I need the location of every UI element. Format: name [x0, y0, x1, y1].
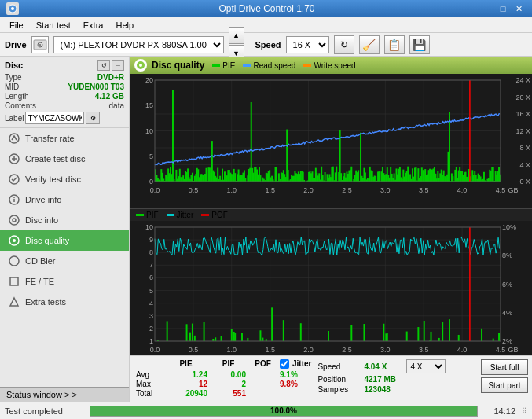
sidebar-item-transfer-rate[interactable]: Transfer rate [0, 128, 129, 149]
pif-chart [130, 221, 532, 355]
disc-mid-value: YUDEN000 T03 [68, 83, 124, 91]
stats-pif-max: 2 [211, 380, 246, 388]
app-title: Opti Drive Control 1.70 [53, 3, 480, 14]
disc-length-value: 4.12 GB [95, 92, 124, 101]
legend-write-speed[interactable]: Write speed [303, 61, 355, 70]
speed-select[interactable]: 16 X [286, 36, 329, 53]
legend-pof-dot [201, 214, 209, 216]
info-button[interactable]: 📋 [384, 35, 405, 54]
disc-type-key: Type [5, 73, 22, 82]
nav-label-cd-bler: CD Bler [25, 256, 56, 266]
speed-label-stat: Speed [317, 362, 361, 371]
speed-label: Speed [255, 40, 281, 50]
disc-label-key: Label [5, 114, 24, 123]
stats-empty-header [136, 359, 161, 369]
title-bar: Opti Drive Control 1.70 ─ □ ✕ [0, 0, 532, 17]
disc-section: Disc ↺ → Type DVD+R MID YUDEN000 T03 Len… [0, 57, 129, 128]
jitter-checkbox[interactable] [280, 359, 289, 369]
svg-point-4 [39, 44, 41, 46]
stats-pie-avg: 1.24 [164, 370, 207, 379]
legend-read-speed[interactable]: Read speed [243, 61, 295, 70]
disc-contents-value: data [109, 101, 124, 110]
svg-point-21 [139, 64, 142, 67]
sidebar-item-cd-bler[interactable]: CD Bler [0, 251, 129, 271]
pif-legend-row: PIF Jitter POF [130, 209, 532, 221]
quality-title: Disc quality [152, 60, 204, 71]
legend-pof-label: POF [211, 211, 228, 219]
speed-value-stat: 4.04 X [364, 362, 403, 371]
svg-point-17 [9, 256, 19, 266]
nav-label-verify-test-disc: Verify test disc [25, 175, 81, 184]
status-window-button[interactable]: Status window > > [0, 388, 129, 402]
start-full-button[interactable]: Start full [481, 359, 527, 375]
nav-label-disc-info: Disc info [25, 215, 58, 225]
sidebar-item-drive-info[interactable]: Drive info [0, 189, 129, 210]
speed-apply-button[interactable]: ↻ [334, 35, 354, 54]
sidebar-item-verify-test-disc[interactable]: Verify test disc [0, 169, 129, 189]
drive-up-button[interactable]: ▲ [229, 27, 244, 44]
menu-bar: File Start test Extra Help [0, 17, 532, 33]
stats-jitter-avg: 9.1% [280, 370, 298, 379]
menu-file[interactable]: File [3, 19, 30, 31]
fe-te-icon [8, 275, 20, 288]
stats-total-label: Total [136, 389, 161, 398]
start-part-button[interactable]: Start part [481, 377, 527, 393]
stats-table: PIE PIF POF Jitter Avg 1.24 0.00 9.1% [136, 359, 311, 399]
menu-extra[interactable]: Extra [77, 19, 110, 31]
drive-select[interactable]: (M:) PLEXTOR DVDR PX-890SA 1.00 [53, 36, 224, 53]
sidebar-item-extra-tests[interactable]: Extra tests [0, 292, 129, 312]
legend-write-speed-label: Write speed [314, 61, 355, 70]
sidebar-item-disc-quality[interactable]: Disc quality [0, 230, 129, 251]
drive-icon [31, 36, 49, 53]
sidebar-item-fe-te[interactable]: FE / TE [0, 271, 129, 292]
close-button[interactable]: ✕ [512, 2, 526, 15]
stats-avg-label: Avg [136, 370, 161, 379]
progress-text: 100.0% [90, 406, 477, 416]
stats-max-label: Max [136, 380, 161, 388]
status-bottom: Test completed 100.0% 14:12 ⠿ [0, 402, 532, 419]
pie-chart-wrapper [130, 74, 532, 209]
disc-refresh-button[interactable]: ↺ [97, 60, 110, 71]
quality-header: Disc quality PIE Read speed Write speed [130, 57, 532, 74]
legend-pif[interactable]: PIF [136, 211, 159, 219]
svg-marker-19 [10, 298, 18, 306]
stats-pif-avg: 0.00 [211, 370, 246, 379]
disc-label-button[interactable]: ⚙ [86, 112, 100, 124]
sidebar-item-create-test-disc[interactable]: Create test disc [0, 149, 129, 169]
nav-label-disc-quality: Disc quality [25, 236, 69, 245]
disc-label-row: Label ⚙ [5, 112, 124, 124]
menu-help[interactable]: Help [109, 19, 140, 31]
stats-area: PIE PIF POF Jitter Avg 1.24 0.00 9.1% [130, 355, 532, 402]
menu-start-test[interactable]: Start test [30, 19, 77, 31]
main-area: Disc quality PIE Read speed Write speed [130, 57, 532, 402]
svg-point-12 [13, 197, 15, 199]
svg-point-14 [13, 219, 16, 222]
legend-pof[interactable]: POF [201, 211, 228, 219]
legend-pie[interactable]: PIE [212, 61, 235, 70]
legend-read-speed-dot [243, 64, 251, 67]
drive-info-icon [8, 193, 20, 206]
quality-icon [134, 59, 147, 72]
erase-button[interactable]: 🧹 [359, 35, 380, 54]
nav-items: Transfer rate Create test disc Verify te… [0, 128, 129, 387]
samples-value-stat: 123048 [364, 385, 390, 394]
stats-pof-header: POF [249, 359, 277, 369]
disc-info-icon [8, 214, 20, 226]
nav-label-transfer-rate: Transfer rate [25, 134, 75, 143]
disc-type-value: DVD+R [97, 73, 124, 82]
save-button[interactable]: 💾 [409, 35, 430, 54]
action-buttons: Start full Start part [481, 359, 527, 393]
disc-mid-row: MID YUDEN000 T03 [5, 83, 124, 91]
sidebar-item-disc-info[interactable]: Disc info [0, 210, 129, 230]
cd-bler-icon [8, 255, 20, 267]
extra-tests-icon [8, 296, 20, 308]
minimize-button[interactable]: ─ [480, 2, 494, 15]
sidebar: Disc ↺ → Type DVD+R MID YUDEN000 T03 Len… [0, 57, 130, 402]
legend-jitter[interactable]: Jitter [167, 211, 194, 219]
maximize-button[interactable]: □ [496, 2, 510, 15]
nav-label-extra-tests: Extra tests [25, 297, 66, 307]
disc-label-input[interactable] [25, 112, 84, 124]
disc-info-button[interactable]: → [112, 60, 124, 71]
speed-select-stat[interactable]: 4 X [406, 359, 446, 373]
legend-jitter-label: Jitter [177, 211, 194, 219]
